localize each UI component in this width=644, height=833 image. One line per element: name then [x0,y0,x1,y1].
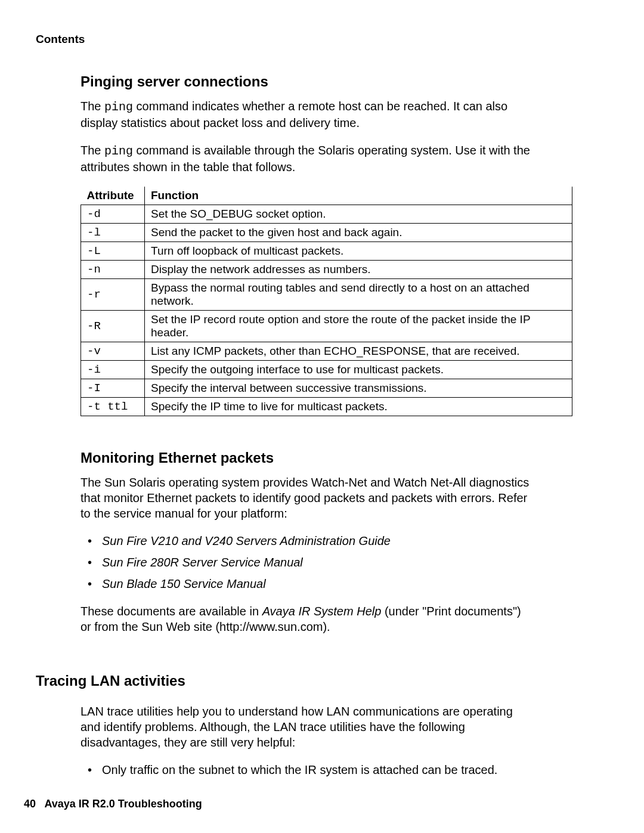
cell-attribute: -r [81,279,145,311]
table-row: -dSet the SO_DEBUG socket option. [81,205,572,224]
cell-function: Set the SO_DEBUG socket option. [145,205,572,224]
table-row: -nDisplay the network addresses as numbe… [81,261,572,279]
paragraph: LAN trace utilities help you to understa… [80,704,531,750]
list-item: Only traffic on the subnet to which the … [80,762,531,778]
paragraph: The ping command is available through th… [80,143,531,175]
heading-pinging: Pinging server connections [80,73,531,90]
text-run: These documents are available in [80,605,262,618]
cell-attribute: -L [81,242,145,261]
cell-function: Bypass the normal routing tables and sen… [145,279,572,311]
cell-function: Turn off loopback of multicast packets. [145,242,572,261]
table-wrapper: Attribute Function -dSet the SO_DEBUG so… [80,187,572,416]
cell-attribute: -d [81,205,145,224]
table-header-row: Attribute Function [81,187,572,205]
disadvantages-list: Only traffic on the subnet to which the … [80,762,531,778]
table-row: -vList any ICMP packets, other than ECHO… [81,342,572,361]
cell-function: Specify the interval between successive … [145,379,572,398]
cell-function: List any ICMP packets, other than ECHO_R… [145,342,572,361]
paragraph: The Sun Solaris operating system provide… [80,475,531,521]
manuals-list: Sun Fire V210 and V240 Servers Administr… [80,533,531,592]
inline-code: ping [104,144,133,158]
section-pinging: Pinging server connections The ping comm… [80,73,531,175]
text-run: command indicates whether a remote host … [80,100,507,129]
section-tracing-body: LAN trace utilities help you to understa… [80,704,531,778]
cell-attribute: -I [81,379,145,398]
table-row: -ISpecify the interval between successiv… [81,379,572,398]
cell-attribute: -v [81,342,145,361]
cell-function: Specify the IP time to live for multicas… [145,398,572,416]
cell-attribute: -R [81,311,145,342]
table-row: -lSend the packet to the given host and … [81,224,572,242]
cell-attribute: -i [81,361,145,379]
heading-monitoring: Monitoring Ethernet packets [80,450,531,466]
page-number: 40 [24,798,36,810]
section-monitoring: Monitoring Ethernet packets The Sun Sola… [80,450,531,634]
table-row: -t ttlSpecify the IP time to live for mu… [81,398,572,416]
text-run-italic: Avaya IR System Help [262,605,382,618]
col-header-function: Function [145,187,572,205]
inline-code: ping [104,100,133,114]
text-run: The [80,144,104,157]
paragraph: The ping command indicates whether a rem… [80,98,531,131]
page-footer: 40 Avaya IR R2.0 Troubleshooting [24,798,202,810]
list-item: Sun Blade 150 Service Manual [80,576,531,592]
cell-function: Display the network addresses as numbers… [145,261,572,279]
col-header-attribute: Attribute [81,187,145,205]
page: Contents Pinging server connections The … [0,0,644,833]
text-run: command is available through the Solaris… [80,144,530,174]
contents-label: Contents [36,33,608,46]
cell-attribute: -n [81,261,145,279]
doc-title: Avaya IR R2.0 Troubleshooting [44,798,202,810]
cell-function: Send the packet to the given host and ba… [145,224,572,242]
text-run: The [80,100,104,113]
attributes-table: Attribute Function -dSet the SO_DEBUG so… [80,187,572,416]
table-row: -LTurn off loopback of multicast packets… [81,242,572,261]
list-item: Sun Fire V210 and V240 Servers Administr… [80,533,531,549]
cell-function: Set the IP record route option and store… [145,311,572,342]
paragraph: These documents are available in Avaya I… [80,603,531,634]
list-item: Sun Fire 280R Server Service Manual [80,555,531,570]
table-row: -iSpecify the outgoing interface to use … [81,361,572,379]
table-row: -rBypass the normal routing tables and s… [81,279,572,311]
cell-attribute: -t ttl [81,398,145,416]
cell-function: Specify the outgoing interface to use fo… [145,361,572,379]
cell-attribute: -l [81,224,145,242]
heading-tracing: Tracing LAN activities [36,673,608,689]
table-row: -RSet the IP record route option and sto… [81,311,572,342]
